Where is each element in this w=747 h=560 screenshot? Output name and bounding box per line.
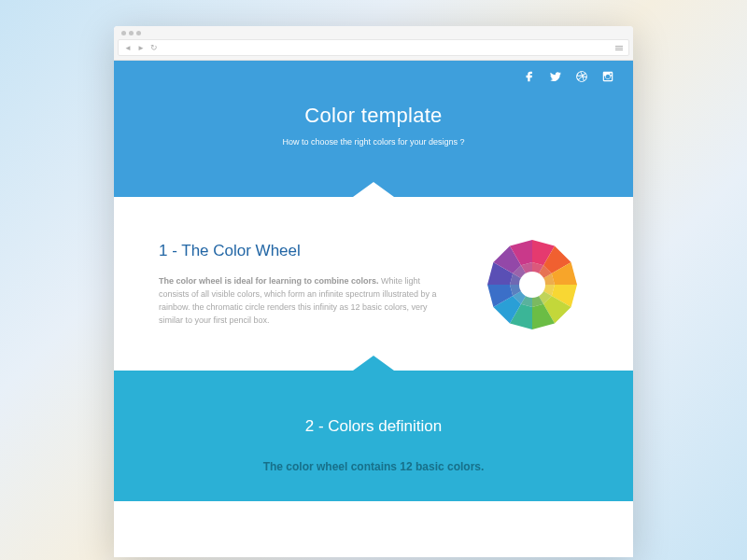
section1-heading: 1 - The Color Wheel <box>159 242 448 260</box>
dribbble-icon[interactable] <box>575 70 588 87</box>
instagram-icon[interactable] <box>601 70 614 87</box>
window-controls <box>114 26 633 39</box>
window-dot <box>129 31 134 35</box>
section1-body: The color wheel is ideal for learning to… <box>159 275 448 328</box>
section-color-wheel: 1 - The Color Wheel The color wheel is i… <box>114 197 633 371</box>
facebook-icon[interactable] <box>523 70 536 87</box>
reload-icon[interactable]: ↻ <box>150 43 158 52</box>
menu-icon[interactable] <box>615 46 623 50</box>
svg-point-24 <box>519 272 545 298</box>
browser-window: ◄ ► ↻ Color template How to choose the r… <box>114 26 633 557</box>
section2-subtitle: The color wheel contains 12 basic colors… <box>133 460 614 473</box>
address-bar: ◄ ► ↻ <box>118 39 629 56</box>
social-links <box>133 70 614 87</box>
hero-title: Color template <box>133 104 614 128</box>
hero-subtitle: How to choose the right colors for your … <box>133 137 614 147</box>
color-wheel-graphic <box>476 238 588 331</box>
section2-heading: 2 - Colors definition <box>133 417 614 436</box>
browser-chrome: ◄ ► ↻ <box>114 26 633 61</box>
back-icon[interactable]: ◄ <box>124 44 132 52</box>
section-colors-definition: 2 - Colors definition The color wheel co… <box>114 371 633 501</box>
twitter-icon[interactable] <box>549 70 562 87</box>
window-dot <box>121 31 126 35</box>
color-wheel-icon <box>486 238 579 331</box>
window-dot <box>136 31 141 35</box>
section1-lead: The color wheel is ideal for learning to… <box>159 276 379 286</box>
hero-section: Color template How to choose the right c… <box>114 61 633 197</box>
forward-icon[interactable]: ► <box>137 44 145 52</box>
page-viewport: Color template How to choose the right c… <box>114 61 633 557</box>
